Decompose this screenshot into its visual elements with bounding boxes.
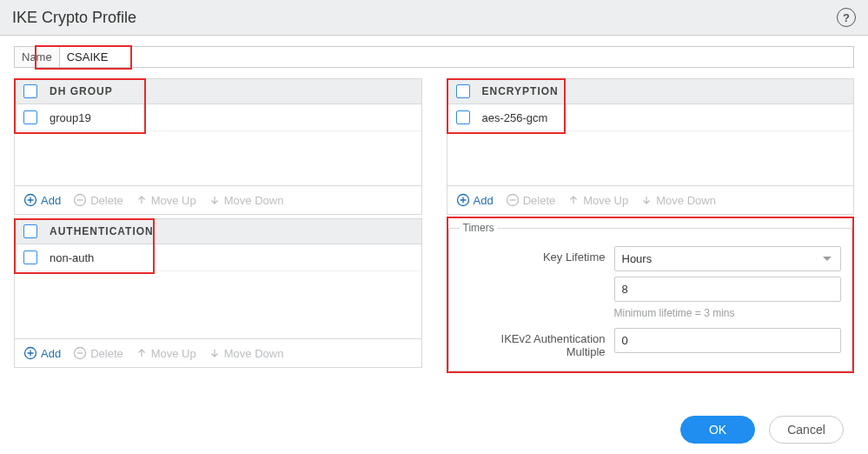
encryption-panel: ENCRYPTION aes-256-gcm Add Delete (447, 78, 855, 215)
plus-circle-icon (23, 346, 37, 360)
dh-group-panel: DH GROUP group19 Add Delete (14, 78, 422, 215)
key-lifetime-unit-select[interactable]: Hours (614, 246, 842, 271)
authentication-row-0-checkbox[interactable] (23, 250, 37, 264)
arrow-down-icon (209, 347, 221, 359)
key-lifetime-label: Key Lifetime (460, 246, 614, 264)
encryption-moveup-button[interactable]: Move Up (564, 192, 632, 209)
authentication-moveup-button[interactable]: Move Up (132, 345, 200, 362)
authentication-panel: AUTHENTICATION non-auth Add Delete (14, 218, 422, 368)
minus-circle-icon (73, 346, 87, 360)
ikev2-auth-multiple-label: IKEv2 Authentication Multiple (460, 328, 614, 358)
encryption-header: ENCRYPTION (482, 85, 559, 97)
dh-group-row-0-checkbox[interactable] (23, 110, 37, 124)
encryption-select-all-checkbox[interactable] (456, 84, 470, 98)
authentication-add-button[interactable]: Add (20, 344, 64, 362)
arrow-up-icon (567, 194, 580, 206)
name-field: Name (14, 46, 854, 68)
dh-group-header: DH GROUP (50, 85, 113, 97)
timers-legend: Timers (460, 222, 498, 234)
chevron-down-icon (823, 257, 832, 261)
dh-group-row-0[interactable]: group19 (15, 104, 421, 131)
arrow-down-icon (640, 194, 653, 206)
authentication-header: AUTHENTICATION (50, 225, 154, 237)
dh-group-row-0-label: group19 (50, 111, 91, 124)
name-input[interactable] (60, 47, 867, 67)
minus-circle-icon (506, 193, 520, 207)
ikev2-auth-multiple-input[interactable] (614, 328, 842, 353)
encryption-add-button[interactable]: Add (453, 191, 497, 209)
key-lifetime-value-input[interactable] (614, 277, 842, 302)
dialog-title: IKE Crypto Profile (12, 9, 136, 27)
authentication-delete-button[interactable]: Delete (70, 344, 127, 362)
name-label: Name (14, 46, 59, 68)
arrow-up-icon (136, 194, 148, 206)
dh-group-delete-button[interactable]: Delete (70, 191, 127, 209)
key-lifetime-hint: Minimum lifetime = 3 mins (614, 307, 842, 319)
encryption-row-0-label: aes-256-gcm (482, 111, 548, 124)
encryption-row-0[interactable]: aes-256-gcm (447, 104, 854, 131)
dh-group-movedown-button[interactable]: Move Down (205, 192, 288, 209)
cancel-button[interactable]: Cancel (769, 416, 844, 444)
encryption-row-0-checkbox[interactable] (456, 110, 470, 124)
encryption-delete-button[interactable]: Delete (502, 191, 560, 209)
dh-group-select-all-checkbox[interactable] (23, 84, 37, 98)
timers-panel: Timers Key Lifetime Hours Minimum lifeti… (447, 218, 855, 371)
plus-circle-icon (456, 193, 470, 207)
ok-button[interactable]: OK (680, 416, 755, 444)
authentication-row-0[interactable]: non-auth (15, 244, 421, 271)
authentication-movedown-button[interactable]: Move Down (205, 345, 288, 362)
encryption-movedown-button[interactable]: Move Down (637, 192, 719, 209)
arrow-down-icon (209, 194, 221, 206)
dh-group-moveup-button[interactable]: Move Up (132, 192, 200, 209)
plus-circle-icon (23, 193, 37, 207)
help-icon[interactable]: ? (837, 8, 856, 27)
arrow-up-icon (136, 347, 148, 359)
authentication-row-0-label: non-auth (50, 251, 94, 264)
minus-circle-icon (73, 193, 87, 207)
authentication-select-all-checkbox[interactable] (23, 224, 37, 238)
dh-group-add-button[interactable]: Add (20, 191, 64, 209)
